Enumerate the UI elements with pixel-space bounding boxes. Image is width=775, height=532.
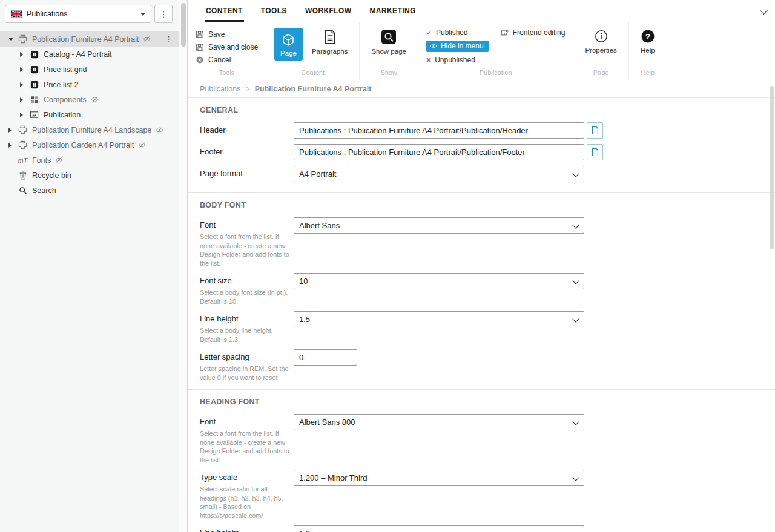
- toolbar-group-publication: ✓ Published Hide in menu × Unpublished: [418, 22, 573, 80]
- section-general: GENERAL Header Footer: [188, 106, 775, 192]
- field-page-format: Page format A4 Portrait: [200, 166, 775, 182]
- toolbar-group-caption: Show: [368, 68, 410, 80]
- save-and-close-label: Save and close: [208, 43, 258, 51]
- show-page-button[interactable]: Show page: [368, 28, 410, 56]
- unpublished-button[interactable]: × Unpublished: [426, 55, 475, 65]
- tree-item-fonts[interactable]: тТ Fonts: [0, 153, 179, 168]
- type-scale-label: Type scale: [200, 473, 294, 482]
- body-font-help: Select a font from the list. If none ava…: [200, 232, 292, 268]
- field-body-line-height: Line height Select a body line height. D…: [200, 311, 775, 344]
- tree-item-catalog-a4-portrait[interactable]: Catalog - A4 Portrait: [0, 47, 179, 62]
- save-button[interactable]: Save: [196, 28, 258, 41]
- help-button[interactable]: ? Help: [637, 28, 659, 55]
- heading-line-height-label: Line height: [200, 528, 294, 532]
- toolbar-group-caption: Page: [581, 68, 620, 80]
- page-link-icon: [591, 126, 599, 135]
- unpublished-label: Unpublished: [435, 56, 475, 64]
- tree-item-search[interactable]: Search: [0, 183, 179, 198]
- eye-slash-icon: [91, 96, 99, 103]
- field-heading-line-height: Line height Select a body line height. D…: [200, 525, 775, 532]
- tree-item-price-list-grid[interactable]: Price list grid: [0, 62, 179, 77]
- cancel-label: Cancel: [208, 56, 231, 64]
- document-icon: [323, 29, 337, 45]
- caret-right-icon[interactable]: [20, 52, 29, 57]
- tree-item-publication-furniture-a4-landscape[interactable]: Publication Furniture A4 Landscape: [0, 122, 179, 137]
- sidebar-header: Publications ⋮: [0, 0, 179, 27]
- caret-right-icon[interactable]: [20, 113, 29, 117]
- properties-button[interactable]: Properties: [581, 28, 620, 55]
- main-scrollbar-thumb[interactable]: [770, 86, 774, 249]
- sidebar-menu-button[interactable]: ⋮: [154, 5, 173, 23]
- info-icon: [594, 29, 608, 44]
- section-divider: [188, 389, 775, 390]
- tree-item-label: Components: [44, 96, 87, 104]
- footer-label: Footer: [200, 147, 294, 156]
- header-select-page-button[interactable]: [587, 122, 603, 139]
- body-line-height-select[interactable]: 1.5: [294, 311, 584, 327]
- tab-workflow[interactable]: WORKFLOW: [304, 0, 353, 22]
- toolbar-group-help: ? Help Help: [629, 22, 667, 80]
- body-font-size-select[interactable]: 10: [294, 273, 584, 289]
- toolbar-ribbon: Save Save and close Cancel: [188, 22, 775, 80]
- page-format-select[interactable]: A4 Portrait: [294, 166, 584, 182]
- page-button[interactable]: Page: [274, 28, 303, 61]
- hide-in-menu-button[interactable]: Hide in menu: [426, 41, 489, 52]
- type-scale-select[interactable]: 1.200 – Minor Third: [294, 470, 584, 486]
- tab-content[interactable]: CONTENT: [205, 0, 244, 22]
- tree-item-publication[interactable]: Publication: [0, 107, 179, 122]
- app-window: Publications ⋮ Publication Furniture A4 …: [0, 0, 775, 532]
- footer-input[interactable]: [294, 144, 584, 160]
- toolbar-group-show: Show page Show: [360, 22, 418, 80]
- eye-slash-icon: [156, 126, 163, 134]
- floppy-icon: [196, 43, 204, 51]
- section-title: BODY FONT: [200, 201, 775, 209]
- properties-label: Properties: [585, 47, 616, 54]
- tab-tools[interactable]: TOOLS: [260, 0, 288, 22]
- paragraphs-button[interactable]: Paragraphs: [308, 28, 351, 56]
- pencil-edit-icon: [501, 28, 509, 37]
- tree-item-publication-furniture-a4-portrait[interactable]: Publication Furniture A4 Portrait ⋮: [0, 31, 179, 47]
- tab-marketing[interactable]: MARKETING: [368, 0, 417, 22]
- save-and-close-button[interactable]: Save and close: [196, 41, 258, 53]
- paragraphs-label: Paragraphs: [312, 48, 348, 55]
- tree-item-label: Price list 2: [44, 80, 79, 89]
- menu-bar: CONTENT TOOLS WORKFLOW MARKETING: [188, 0, 775, 22]
- heading-font-label: Font: [200, 417, 294, 426]
- frontend-editing-label: Frontend editing: [513, 28, 566, 37]
- sidebar-splitter[interactable]: [179, 0, 188, 532]
- caret-down-icon[interactable]: [8, 38, 18, 41]
- body-line-height-help: Select a body line height. Default is 1.…: [200, 326, 292, 344]
- heading-font-select[interactable]: Albert Sans 800: [294, 414, 584, 430]
- tree-item-recycle-bin[interactable]: Recycle bin: [0, 168, 179, 183]
- header-input[interactable]: [294, 122, 584, 139]
- frontend-editing-button[interactable]: Frontend editing: [501, 28, 566, 38]
- heading-line-height-select[interactable]: 1.2: [294, 525, 584, 532]
- body-letter-spacing-input[interactable]: [294, 349, 357, 366]
- cancel-button[interactable]: Cancel: [196, 53, 258, 66]
- caret-right-icon[interactable]: [8, 143, 18, 148]
- footer-select-page-button[interactable]: [587, 144, 603, 160]
- printer-icon: [18, 125, 28, 135]
- tree-item-price-list-2[interactable]: Price list 2: [0, 77, 179, 92]
- sidebar-scrollbar-thumb[interactable]: [181, 3, 186, 47]
- body-font-select[interactable]: Albert Sans: [294, 217, 584, 234]
- tree-item-menu-button[interactable]: ⋮: [165, 34, 173, 44]
- caret-right-icon[interactable]: [20, 97, 29, 102]
- perspective-selector[interactable]: Publications: [5, 5, 151, 23]
- field-header: Header: [200, 122, 775, 139]
- field-footer: Footer: [200, 144, 775, 160]
- breadcrumb-separator: >: [245, 85, 249, 93]
- tree-item-label: Search: [32, 186, 56, 195]
- caret-right-icon[interactable]: [20, 67, 29, 72]
- tree-item-components[interactable]: Components: [0, 92, 179, 107]
- breadcrumb-parent[interactable]: Publications: [200, 85, 240, 93]
- tree-item-publication-garden-a4-portrait[interactable]: Publication Garden A4 Portrait: [0, 137, 179, 153]
- breadcrumb-current: Publication Furniture A4 Portrait: [255, 85, 372, 93]
- collapse-chevron-icon[interactable]: [760, 7, 768, 15]
- caret-right-icon[interactable]: [20, 82, 29, 87]
- printer-icon: [18, 34, 28, 44]
- eye-slash-icon: [143, 35, 151, 43]
- search-icon: [18, 186, 28, 195]
- published-status[interactable]: ✓ Published: [426, 28, 468, 38]
- caret-right-icon[interactable]: [8, 128, 18, 133]
